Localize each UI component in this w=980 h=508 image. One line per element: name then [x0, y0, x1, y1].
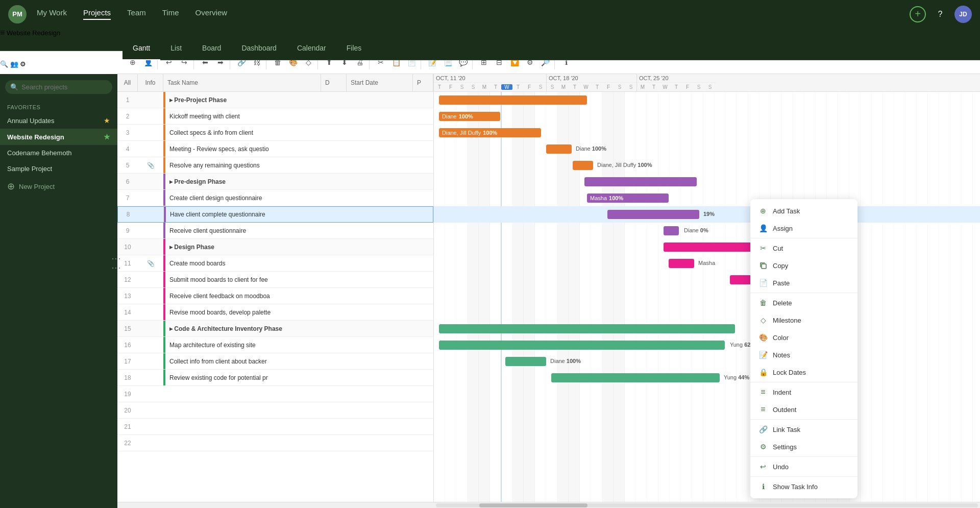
- gantt-bar[interactable]: [607, 210, 699, 219]
- scrollbar-track[interactable]: [436, 503, 978, 507]
- col-all[interactable]: All: [117, 74, 138, 91]
- table-row[interactable]: 22: [117, 435, 433, 451]
- cm-link-task[interactable]: 🔗 Link Task: [750, 421, 857, 438]
- gantt-chart: Diane 100% Diane, Jill Duffy 100% Diane …: [434, 92, 980, 502]
- table-row[interactable]: 7 Create client design questionnaire: [117, 190, 433, 206]
- nav-team[interactable]: Team: [127, 8, 146, 20]
- gantt-header: All Info Task Name D Start Date P OCT, 1…: [117, 74, 980, 92]
- row-name: Create mood boards: [165, 260, 433, 267]
- gantt-bar[interactable]: [439, 341, 725, 350]
- cm-delete[interactable]: 🗑 Delete: [750, 294, 857, 311]
- gantt-bar[interactable]: [664, 226, 679, 235]
- cm-lock-dates[interactable]: 🔒 Lock Dates: [750, 364, 857, 381]
- table-row[interactable]: 8 Have client complete questionnaire: [117, 206, 433, 223]
- sidebar-item-sample-project[interactable]: Sample Project: [0, 161, 117, 177]
- chart-row: Diane, Jill Duffy 100%: [434, 125, 980, 141]
- cm-assign[interactable]: 👤 Assign: [750, 220, 857, 237]
- search-container[interactable]: 🔍: [5, 80, 112, 94]
- table-row[interactable]: 14 Revise mood boards, develop palette: [117, 304, 433, 321]
- table-row[interactable]: 1 ▸ Pre-Project Phase: [117, 92, 433, 108]
- cm-notes[interactable]: 📝 Notes: [750, 346, 857, 364]
- clip-icon: 📎: [147, 162, 155, 169]
- cm-milestone[interactable]: ◇ Milestone: [750, 311, 857, 329]
- table-row[interactable]: 6 ▸ Pre-design Phase: [117, 174, 433, 190]
- users-icon[interactable]: 👥: [10, 60, 18, 68]
- help-button[interactable]: ?: [932, 6, 948, 22]
- table-row[interactable]: 12 Submit mood boards to client for fee: [117, 272, 433, 288]
- tab-board[interactable]: Board: [192, 37, 231, 60]
- tab-gantt[interactable]: Gantt: [122, 37, 160, 60]
- cm-indent[interactable]: ≡ Indent: [750, 383, 857, 401]
- new-project-button[interactable]: ⊕ New Project: [0, 177, 117, 196]
- cm-paste[interactable]: 📄 Paste: [750, 274, 857, 292]
- table-row[interactable]: 17 Collect info from client about backer: [117, 353, 433, 370]
- table-row[interactable]: 10 ▸ Design Phase: [117, 239, 433, 255]
- nav-time[interactable]: Time: [162, 8, 179, 20]
- nav-projects[interactable]: Projects: [83, 8, 111, 20]
- nav-overview[interactable]: Overview: [195, 8, 228, 20]
- gantt-bar[interactable]: [546, 144, 572, 154]
- sidebar-item-codename-behemoth[interactable]: Codename Behemoth: [0, 145, 117, 161]
- add-button[interactable]: +: [910, 6, 926, 22]
- sidebar-item-website-redesign[interactable]: Website Redesign ★: [0, 129, 117, 145]
- svg-rect-7: [762, 264, 766, 269]
- date-group-2: OCT, 18 '20 S M T W T F S S: [547, 74, 637, 91]
- cm-cut[interactable]: ✂ Cut: [750, 239, 857, 257]
- settings-icon: ⚙: [758, 442, 768, 451]
- gantt-bar[interactable]: Diane, Jill Duffy 100%: [439, 128, 541, 137]
- sidebar-item-label: Annual Updates: [7, 117, 55, 125]
- cm-undo[interactable]: ↩ Undo: [750, 458, 857, 475]
- col-task: Task Name: [163, 74, 321, 91]
- table-row[interactable]: 15 ▸ Code & Architecture Inventory Phase: [117, 321, 433, 337]
- cm-show-task-info[interactable]: ℹ Show Task Info: [750, 478, 857, 495]
- search-input[interactable]: [21, 83, 107, 91]
- table-row[interactable]: 16 Map architecture of existing site: [117, 337, 433, 353]
- cm-copy[interactable]: Copy: [750, 257, 857, 274]
- tab-list[interactable]: List: [160, 37, 192, 60]
- gantt-bar[interactable]: Diane 100%: [439, 112, 500, 121]
- sidebar-item-annual-updates[interactable]: Annual Updates ★: [0, 112, 117, 129]
- nav-my-work[interactable]: My Work: [37, 8, 67, 20]
- table-row[interactable]: 9 Receive client questionnaire: [117, 223, 433, 239]
- cm-divider: [750, 456, 857, 457]
- sidebar-resize-handle[interactable]: ⋮⋮: [111, 254, 117, 273]
- user-avatar[interactable]: JD: [954, 6, 972, 23]
- settings-icon[interactable]: ⚙: [20, 60, 26, 68]
- row-name: Receive client feedback on moodboa: [165, 293, 433, 300]
- cm-add-task[interactable]: ⊕ Add Task: [750, 202, 857, 220]
- search-icon[interactable]: 🔍: [0, 60, 8, 68]
- table-row[interactable]: 5 📎 Resolve any remaining questions: [117, 157, 433, 174]
- gantt-bar[interactable]: [669, 259, 694, 268]
- gantt-bar[interactable]: Masha 100%: [587, 193, 669, 203]
- gantt-bar[interactable]: [573, 161, 593, 170]
- gantt-bar[interactable]: [551, 373, 720, 382]
- cm-outdent[interactable]: ≡ Outdent: [750, 401, 857, 418]
- row-name: Collect info from client about backer: [165, 358, 433, 365]
- notes-icon: 📝: [758, 350, 768, 359]
- tab-calendar[interactable]: Calendar: [287, 37, 336, 60]
- tab-dashboard[interactable]: Dashboard: [231, 37, 287, 60]
- row-name: Revise mood boards, develop palette: [165, 309, 433, 316]
- tab-files[interactable]: Files: [336, 37, 372, 60]
- table-row[interactable]: 3 Collect specs & info from client: [117, 125, 433, 141]
- gantt-bar[interactable]: [505, 357, 546, 366]
- table-row[interactable]: 19: [117, 386, 433, 402]
- table-row[interactable]: 2 Kickoff meeting with client: [117, 108, 433, 125]
- cm-settings[interactable]: ⚙ Settings: [750, 438, 857, 455]
- row-number: 1: [117, 96, 138, 104]
- table-row[interactable]: 20: [117, 402, 433, 419]
- scrollbar-thumb[interactable]: [479, 503, 587, 507]
- project-name[interactable]: Website Redesign: [7, 29, 60, 37]
- table-row[interactable]: 13 Receive client feedback on moodboa: [117, 288, 433, 304]
- table-row[interactable]: 11 📎 Create mood boards: [117, 255, 433, 272]
- gantt-bar[interactable]: [439, 324, 735, 333]
- search-icon: 🔍: [10, 83, 18, 91]
- table-row[interactable]: 4 Meeting - Review specs, ask questio: [117, 141, 433, 157]
- chart-row: Diane 100%: [434, 353, 980, 370]
- cm-color[interactable]: 🎨 Color: [750, 329, 857, 346]
- table-row[interactable]: 21: [117, 419, 433, 435]
- cm-label: Outdent: [773, 406, 796, 414]
- gantt-bar[interactable]: [439, 95, 587, 105]
- gantt-bar[interactable]: [584, 177, 697, 186]
- table-row[interactable]: 18 Review existing code for potential pr: [117, 370, 433, 386]
